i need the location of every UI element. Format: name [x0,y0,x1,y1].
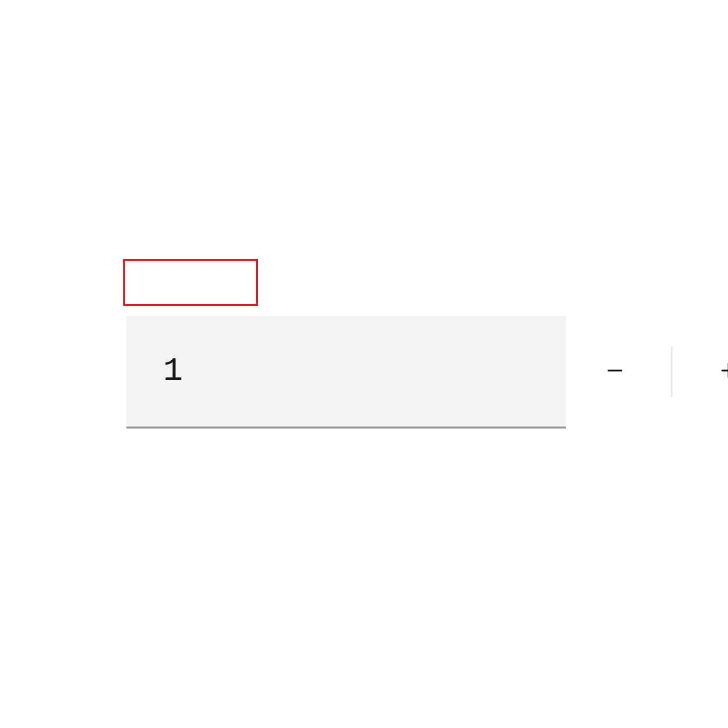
increment-button[interactable] [672,316,728,427]
number-stepper [126,316,566,428]
decrement-button[interactable] [559,316,671,427]
stepper-input[interactable] [126,316,559,427]
plus-icon [717,359,728,384]
input-label [123,259,258,306]
minus-icon [604,359,626,384]
svg-rect-0 [608,370,622,372]
svg-rect-1 [722,370,728,372]
stepper-controls [559,316,728,427]
